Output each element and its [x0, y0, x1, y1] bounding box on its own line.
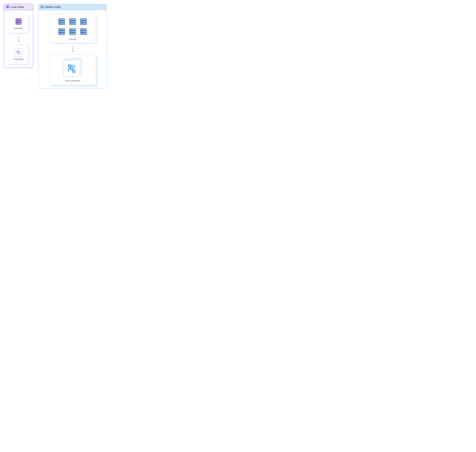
- remote-config-panel: Remote Config Full Data: [39, 4, 107, 89]
- svg-point-13: [17, 19, 18, 20]
- svg-point-63: [83, 21, 83, 22]
- svg-point-82: [70, 29, 71, 30]
- laptop-local-icon: [6, 5, 9, 9]
- svg-point-49: [70, 21, 71, 22]
- svg-point-58: [81, 19, 82, 20]
- svg-point-74: [60, 31, 61, 32]
- svg-point-18: [17, 23, 17, 24]
- svg-point-98: [82, 31, 83, 32]
- svg-point-88: [70, 33, 71, 34]
- svg-point-34: [59, 19, 60, 20]
- svg-point-40: [59, 24, 60, 24]
- svg-point-52: [70, 24, 71, 24]
- svg-rect-8: [6, 8, 9, 8]
- svg-point-14: [18, 19, 18, 20]
- svg-point-77: [60, 33, 61, 34]
- svg-point-17: [18, 21, 18, 22]
- svg-point-64: [81, 24, 82, 24]
- svg-point-42: [61, 24, 61, 24]
- arrow-down-icon: [71, 46, 74, 52]
- svg-point-85: [70, 31, 71, 32]
- full-data-card: Full Data: [49, 14, 96, 43]
- svg-point-37: [59, 21, 60, 22]
- full-model-label: Full or Large Model: [65, 80, 80, 82]
- svg-point-15: [17, 21, 17, 22]
- svg-point-62: [82, 21, 83, 22]
- svg-point-86: [71, 31, 72, 32]
- config-diagram: Local Config: [4, 4, 472, 89]
- local-config-body: Small Data: [4, 10, 33, 67]
- svg-point-60: [83, 19, 83, 20]
- full-model-card: Full or Large Model: [49, 54, 96, 85]
- svg-point-39: [61, 21, 61, 22]
- svg-point-12: [17, 19, 17, 20]
- svg-point-41: [60, 24, 61, 24]
- svg-point-16: [17, 21, 18, 22]
- local-config-panel: Local Config: [4, 4, 33, 68]
- svg-point-76: [59, 33, 60, 34]
- small-data-label: Small Data: [14, 27, 23, 29]
- local-config-title: Local Config: [11, 6, 24, 8]
- svg-rect-30: [40, 8, 44, 8]
- svg-point-3: [7, 6, 7, 6]
- svg-point-51: [72, 21, 72, 22]
- local-config-header: Local Config: [4, 4, 33, 10]
- svg-point-78: [61, 33, 61, 34]
- svg-point-94: [81, 29, 82, 30]
- svg-point-54: [72, 24, 72, 24]
- svg-point-99: [83, 31, 83, 32]
- svg-point-97: [81, 31, 82, 32]
- small-data-card: Small Data: [9, 14, 28, 33]
- svg-point-100: [81, 33, 82, 34]
- svg-point-53: [71, 24, 72, 24]
- svg-point-65: [82, 24, 83, 24]
- svg-point-2: [7, 6, 7, 6]
- svg-point-19: [17, 23, 18, 24]
- svg-point-35: [60, 19, 61, 20]
- svg-point-73: [59, 31, 60, 32]
- full-data-label: Full Data: [69, 38, 76, 40]
- model-stack-icon: [63, 58, 82, 77]
- svg-point-47: [71, 19, 72, 20]
- svg-point-102: [83, 33, 83, 34]
- svg-point-83: [71, 29, 72, 30]
- arrow-down-icon: [17, 36, 20, 42]
- svg-rect-106: [73, 70, 75, 72]
- svg-point-89: [71, 33, 72, 34]
- small-model-card: Small Model: [9, 45, 28, 64]
- small-model-label: Small Model: [14, 58, 23, 60]
- laptop-cloud-icon: [40, 5, 44, 9]
- svg-point-59: [82, 19, 83, 20]
- svg-point-90: [72, 33, 72, 34]
- model-icon: [14, 48, 23, 57]
- svg-point-84: [72, 29, 72, 30]
- svg-point-71: [60, 29, 61, 30]
- svg-point-46: [70, 19, 71, 20]
- remote-config-body: Full Data: [39, 10, 106, 88]
- svg-point-4: [7, 6, 7, 6]
- svg-point-48: [72, 19, 72, 20]
- svg-point-50: [71, 21, 72, 22]
- remote-config-header: Remote Config: [39, 4, 106, 10]
- remote-config-title: Remote Config: [45, 6, 60, 8]
- server-cluster-icon: [58, 18, 88, 36]
- svg-rect-24: [19, 53, 20, 54]
- svg-point-75: [61, 31, 61, 32]
- svg-point-95: [82, 29, 83, 30]
- svg-point-29: [42, 6, 42, 6]
- svg-point-20: [18, 23, 18, 24]
- svg-point-61: [81, 21, 82, 22]
- svg-point-27: [41, 6, 41, 6]
- database-icon: [14, 18, 23, 26]
- svg-point-38: [60, 21, 61, 22]
- svg-point-96: [83, 29, 83, 30]
- svg-point-66: [83, 24, 83, 24]
- svg-point-70: [59, 29, 60, 30]
- svg-point-87: [72, 31, 72, 32]
- svg-point-36: [61, 19, 61, 20]
- svg-point-72: [61, 29, 61, 30]
- svg-point-101: [82, 33, 83, 34]
